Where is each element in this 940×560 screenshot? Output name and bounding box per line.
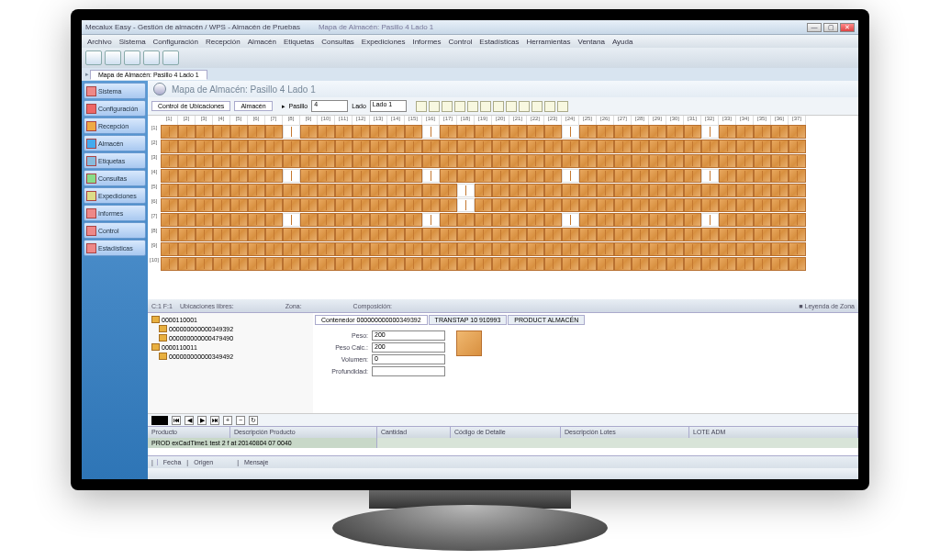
menu-archivo[interactable]: Archivo — [87, 38, 112, 46]
warehouse-slot[interactable] — [492, 125, 509, 139]
warehouse-slot[interactable] — [754, 125, 771, 139]
warehouse-slot[interactable] — [213, 140, 230, 153]
warehouse-slot[interactable] — [300, 154, 318, 168]
sidebar-item-informes[interactable]: Informes — [84, 205, 146, 221]
nav-prev-button[interactable]: ◀ — [185, 416, 194, 425]
warehouse-slot[interactable] — [230, 257, 248, 271]
pesocalc-input[interactable]: 200 — [372, 342, 445, 353]
warehouse-slot[interactable] — [405, 257, 422, 271]
warehouse-slot[interactable] — [597, 257, 614, 271]
warehouse-slot[interactable] — [457, 228, 475, 241]
warehouse-slot[interactable] — [440, 125, 457, 139]
warehouse-slot[interactable] — [684, 228, 701, 241]
warehouse-slot[interactable] — [509, 242, 527, 256]
warehouse-slot[interactable] — [405, 140, 422, 153]
warehouse-slot[interactable] — [509, 257, 527, 271]
warehouse-slot[interactable] — [509, 154, 527, 168]
warehouse-slot[interactable] — [527, 154, 544, 168]
tab-mapa-almacen[interactable]: Mapa de Almacén: Pasillo 4 Lado 1 — [90, 70, 207, 80]
warehouse-slot[interactable] — [754, 213, 771, 227]
last-icon[interactable] — [532, 101, 543, 112]
filter-tab-ubicaciones[interactable]: Control de Ubicaciones — [151, 101, 230, 111]
warehouse-slot[interactable] — [754, 154, 771, 168]
warehouse-slot[interactable] — [649, 228, 666, 241]
warehouse-slot[interactable] — [370, 169, 387, 183]
warehouse-slot[interactable] — [248, 228, 265, 241]
warehouse-slot[interactable] — [178, 242, 196, 256]
warehouse-slot[interactable] — [422, 228, 440, 241]
menu-estadisticas[interactable]: Estadísticas — [479, 38, 519, 46]
warehouse-slot[interactable] — [283, 140, 300, 153]
warehouse-slot[interactable] — [562, 169, 579, 183]
prev-icon[interactable] — [506, 101, 517, 112]
menu-informes[interactable]: Informes — [412, 38, 441, 46]
warehouse-slot[interactable] — [248, 213, 265, 227]
warehouse-slot[interactable] — [335, 242, 352, 256]
warehouse-slot[interactable] — [527, 257, 544, 271]
warehouse-slot[interactable] — [300, 257, 318, 271]
warehouse-slot[interactable] — [248, 125, 265, 139]
warehouse-slot[interactable] — [387, 213, 405, 227]
warehouse-slot[interactable] — [754, 257, 771, 271]
warehouse-slot[interactable] — [509, 169, 527, 183]
warehouse-slot[interactable] — [509, 213, 527, 227]
profundidad-input[interactable] — [372, 366, 445, 376]
warehouse-slot[interactable] — [248, 257, 265, 271]
warehouse-slot[interactable] — [283, 257, 300, 271]
warehouse-slot[interactable] — [789, 257, 806, 271]
warehouse-slot[interactable] — [544, 184, 562, 197]
mini-toolbar-icon[interactable] — [480, 101, 491, 112]
warehouse-slot[interactable] — [597, 154, 614, 168]
warehouse-slot[interactable] — [492, 257, 509, 271]
warehouse-slot[interactable] — [213, 184, 230, 197]
warehouse-slot[interactable] — [283, 184, 300, 197]
warehouse-slot[interactable] — [352, 257, 370, 271]
warehouse-slot[interactable] — [248, 242, 265, 256]
next-icon[interactable] — [519, 101, 530, 112]
warehouse-slot[interactable] — [248, 198, 265, 212]
warehouse-slot[interactable] — [213, 198, 230, 212]
warehouse-slot[interactable] — [562, 125, 579, 139]
warehouse-slot[interactable] — [300, 242, 318, 256]
dg-col-desc[interactable]: Descripción Producto — [230, 427, 377, 438]
dg-col-codigo[interactable]: Código de Detalle — [451, 427, 561, 438]
toolbar-icon[interactable] — [105, 50, 121, 65]
warehouse-slot[interactable] — [544, 242, 562, 256]
warehouse-slot[interactable] — [719, 242, 736, 256]
warehouse-slot[interactable] — [544, 198, 562, 212]
warehouse-slot[interactable] — [597, 213, 614, 227]
warehouse-slot[interactable] — [771, 169, 789, 183]
warehouse-slot[interactable] — [283, 213, 300, 227]
warehouse-slot[interactable] — [736, 125, 754, 139]
warehouse-slot[interactable] — [666, 154, 684, 168]
maximize-button[interactable]: ▢ — [823, 23, 838, 32]
warehouse-slot[interactable] — [666, 125, 684, 139]
warehouse-slot[interactable] — [562, 228, 579, 241]
nav-reload-button[interactable]: ↻ — [249, 416, 258, 425]
peso-input[interactable]: 200 — [372, 330, 445, 341]
warehouse-slot[interactable] — [684, 125, 701, 139]
warehouse-slot[interactable] — [597, 228, 614, 241]
warehouse-slot[interactable] — [335, 257, 352, 271]
warehouse-slot[interactable] — [579, 125, 597, 139]
warehouse-slot[interactable] — [352, 198, 370, 212]
warehouse-slot[interactable] — [387, 184, 405, 197]
warehouse-slot[interactable] — [719, 184, 736, 197]
warehouse-slot[interactable] — [422, 198, 440, 212]
warehouse-slot[interactable] — [701, 213, 719, 227]
warehouse-slot[interactable] — [178, 184, 196, 197]
warehouse-slot[interactable] — [614, 257, 632, 271]
warehouse-slot[interactable] — [544, 140, 562, 153]
warehouse-slot[interactable] — [754, 140, 771, 153]
menu-consultas[interactable]: Consultas — [321, 38, 354, 46]
warehouse-slot[interactable] — [701, 257, 719, 271]
warehouse-slot[interactable] — [562, 257, 579, 271]
warehouse-slot[interactable] — [352, 213, 370, 227]
nav-add-button[interactable]: + — [223, 416, 232, 425]
warehouse-slot[interactable] — [335, 213, 352, 227]
warehouse-slot[interactable] — [701, 198, 719, 212]
warehouse-slot[interactable] — [527, 242, 544, 256]
warehouse-slot[interactable] — [771, 198, 789, 212]
warehouse-slot[interactable] — [666, 242, 684, 256]
warehouse-slot[interactable] — [684, 257, 701, 271]
